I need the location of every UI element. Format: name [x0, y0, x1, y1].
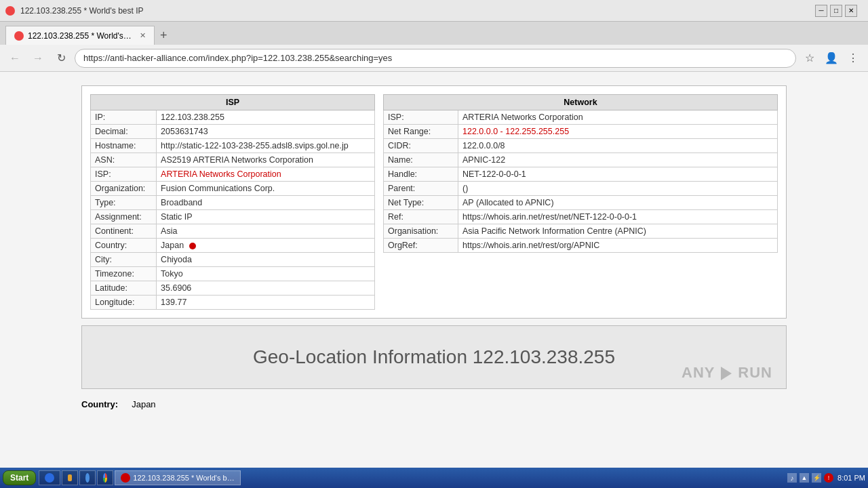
anyrun-text: ANY [682, 364, 715, 381]
orgref-value: https://whois.arin.net/rest/org/APNIC [458, 239, 778, 253]
ref-label: Ref: [384, 210, 458, 224]
org-value: Fusion Communications Corp. [157, 182, 375, 196]
taskbar-item-chrome[interactable] [97, 470, 113, 485]
country-info: Country: Japan [81, 396, 787, 413]
table-row: Decimal: 2053631743 [91, 125, 375, 139]
decimal-value: 2053631743 [157, 125, 375, 139]
tab-label: 122.103.238.255 * World's best IP [28, 31, 133, 41]
network-header: Network [384, 95, 778, 110]
tray-icon-alert[interactable]: ! [824, 473, 833, 483]
table-row: Net Range: 122.0.0.0 - 122.255.255.255 [384, 125, 778, 139]
title-bar: 122.103.238.255 * World's best IP ─ □ ✕ [0, 0, 868, 22]
name-value: APNIC-122 [458, 153, 778, 167]
nav-bar: ← → ↻ ☆ 👤 ⋮ [0, 45, 868, 72]
minimize-button[interactable]: ─ [815, 5, 827, 17]
net-isp-value: ARTERIA Networks Corporation [458, 110, 778, 125]
assignment-value: Static IP [157, 210, 375, 224]
tab-close-button[interactable]: ✕ [140, 31, 146, 40]
net-type-value: AP (Allocated to APNIC) [458, 196, 778, 210]
tray-icon-sound[interactable]: ♪ [787, 473, 797, 483]
cidr-label: CIDR: [384, 139, 458, 153]
tab-favicon [14, 31, 24, 41]
table-row: IP: 122.103.238.255 [91, 110, 375, 125]
handle-label: Handle: [384, 167, 458, 182]
active-tab[interactable]: 122.103.238.255 * World's best IP ✕ [5, 26, 155, 45]
type-label: Type: [91, 196, 157, 210]
tray-icon-power[interactable]: ⚡ [812, 473, 821, 483]
chrome-icon [103, 473, 107, 483]
hostname-value: http://static-122-103-238-255.adsl8.svip… [157, 139, 375, 153]
table-row: ASN: AS2519 ARTERIA Networks Corporation [91, 153, 375, 167]
table-row: Handle: NET-122-0-0-0-1 [384, 167, 778, 182]
country-info-value: Japan [132, 399, 155, 409]
decimal-label: Decimal: [91, 125, 157, 139]
taskbar-items: 122.103.238.255 * World's best IP [39, 470, 785, 485]
continent-label: Continent: [91, 224, 157, 239]
forward-button[interactable]: → [28, 49, 47, 68]
isp-link[interactable]: ARTERIA Networks Corporation [161, 169, 281, 179]
folder-icon [68, 474, 72, 481]
refresh-button[interactable]: ↻ [52, 49, 71, 68]
close-button[interactable]: ✕ [845, 5, 857, 17]
maximize-button[interactable]: □ [830, 5, 842, 17]
city-value: Chiyoda [157, 253, 375, 267]
org-label: Organization: [91, 182, 157, 196]
new-tab-button[interactable]: + [155, 26, 173, 45]
address-bar[interactable] [75, 49, 796, 68]
isp-value: ARTERIA Networks Corporation [157, 167, 375, 182]
country-flag [189, 243, 196, 249]
table-row: CIDR: 122.0.0.0/8 [384, 139, 778, 153]
name-label: Name: [384, 153, 458, 167]
title-text: 122.103.238.255 * World's best IP [20, 6, 144, 16]
latitude-label: Latitude: [91, 281, 157, 296]
table-row: Assignment: Static IP [91, 210, 375, 224]
parent-value: () [458, 182, 778, 196]
taskbar-item-explorer[interactable] [79, 470, 96, 485]
bookmark-button[interactable]: ☆ [800, 49, 819, 68]
table-row: Ref: https://whois.arin.net/rest/net/NET… [384, 210, 778, 224]
user-button[interactable]: 👤 [822, 49, 841, 68]
systray: ♪ ▲ ⚡ ! 8:01 PM [787, 473, 865, 483]
continent-value: Asia [157, 224, 375, 239]
isp-table: ISP IP: 122.103.238.255 Decimal: 2053631… [90, 94, 375, 310]
window-controls: ─ □ ✕ [815, 5, 857, 17]
table-row: ISP: ARTERIA Networks Corporation [384, 110, 778, 125]
country-label: Country: [91, 239, 157, 253]
start-button[interactable]: Start [3, 470, 36, 485]
asn-label: ASN: [91, 153, 157, 167]
tray-icons: ♪ ▲ ⚡ ! [787, 473, 833, 483]
orgref-label: OrgRef: [384, 239, 458, 253]
nav-icons: ☆ 👤 ⋮ [800, 49, 863, 68]
net-range-link[interactable]: 122.0.0.0 - 122.255.255.255 [462, 127, 569, 136]
network-section: Network ISP: ARTERIA Networks Corporatio… [383, 94, 778, 310]
city-label: City: [91, 253, 157, 267]
country-value: Japan [157, 239, 375, 253]
tables-container: ISP IP: 122.103.238.255 Decimal: 2053631… [81, 85, 787, 319]
table-row: Country: Japan [91, 239, 375, 253]
cidr-value: 122.0.0.0/8 [458, 139, 778, 153]
parent-label: Parent: [384, 182, 458, 196]
taskbar-item-folder[interactable] [62, 470, 78, 485]
longitude-value: 139.77 [157, 296, 375, 310]
active-tab-icon [121, 473, 130, 483]
table-row: Hostname: http://static-122-103-238-255.… [91, 139, 375, 153]
taskbar-active-item[interactable]: 122.103.238.255 * World's best IP [115, 470, 241, 485]
ip-label: IP: [91, 110, 157, 125]
assignment-label: Assignment: [91, 210, 157, 224]
organisation-value: Asia Pacific Network Information Centre … [458, 224, 778, 239]
taskbar-item[interactable] [39, 470, 60, 485]
table-row: Longitude: 139.77 [91, 296, 375, 310]
tray-icon-network[interactable]: ▲ [800, 473, 809, 483]
isp-label: ISP: [91, 167, 157, 182]
organisation-label: Organisation: [384, 224, 458, 239]
ie-icon [45, 473, 54, 483]
timezone-label: Timezone: [91, 267, 157, 281]
back-button[interactable]: ← [5, 49, 24, 68]
table-row: Organization: Fusion Communications Corp… [91, 182, 375, 196]
longitude-label: Longitude: [91, 296, 157, 310]
menu-button[interactable]: ⋮ [844, 49, 863, 68]
country-info-label: Country: [81, 399, 118, 409]
geo-section: Geo-Location Information 122.103.238.255… [81, 325, 787, 389]
anyrun-play-icon [721, 367, 732, 380]
taskbar: Start 122.103.238.255 * World's best IP [0, 468, 868, 488]
